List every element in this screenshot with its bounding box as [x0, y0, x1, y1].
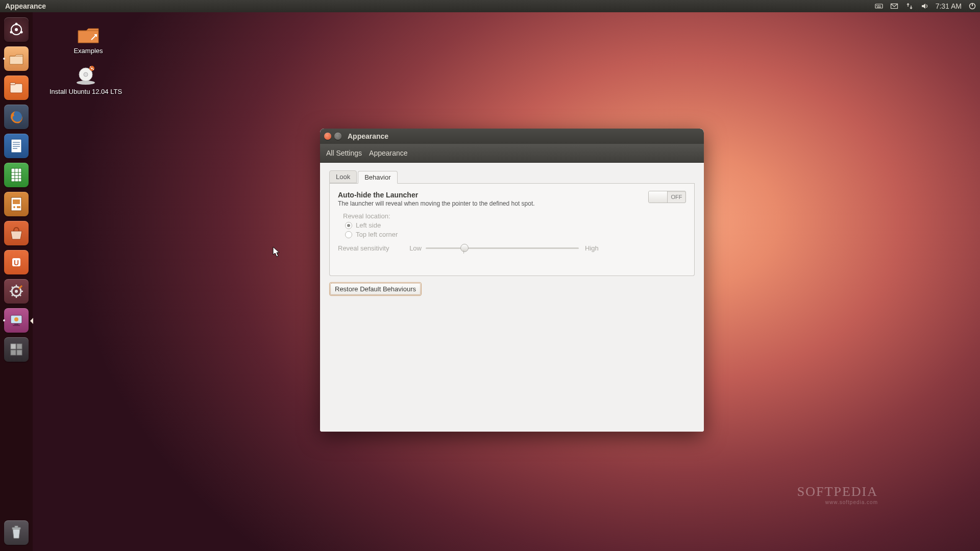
unity-launcher: U	[0, 12, 33, 551]
svg-rect-41	[17, 350, 22, 355]
svg-point-46	[84, 72, 88, 77]
svg-rect-40	[11, 350, 16, 355]
sensitivity-high-label: High	[585, 244, 599, 252]
launcher-trash[interactable]	[3, 519, 30, 546]
desktop-icon-examples[interactable]: Examples	[55, 24, 121, 55]
launcher-system-settings[interactable]	[3, 278, 30, 305]
svg-rect-12	[10, 84, 22, 93]
top-panel: Appearance 7:31 AM	[0, 0, 980, 12]
svg-point-37	[14, 317, 18, 321]
svg-point-10	[20, 31, 23, 34]
radio-top-left: Top left corner	[345, 231, 686, 238]
svg-rect-36	[13, 325, 20, 326]
sensitivity-low-label: Low	[404, 244, 422, 252]
svg-rect-1	[876, 5, 877, 6]
clock[interactable]: 7:31 AM	[933, 0, 965, 12]
svg-rect-35	[14, 323, 18, 325]
radio-left-side: Left side	[345, 221, 686, 229]
window-close-button[interactable]	[324, 133, 331, 140]
svg-rect-13	[10, 83, 15, 85]
desktop-icon-label: Examples	[55, 47, 121, 55]
launcher-files[interactable]	[3, 74, 30, 102]
restore-defaults-button[interactable]: Restore Default Behaviours	[329, 282, 422, 296]
launcher-ubuntu-one[interactable]: U	[3, 248, 30, 276]
toggle-label: OFF	[668, 191, 685, 203]
launcher-home-folder[interactable]	[3, 45, 30, 72]
svg-rect-29	[17, 206, 20, 208]
radio-dot-icon	[345, 222, 352, 229]
window-minimize-button[interactable]	[334, 133, 341, 140]
launcher-workspace-switcher[interactable]	[3, 336, 30, 363]
appearance-window: Appearance All Settings Appearance Look …	[320, 129, 704, 432]
svg-rect-0	[875, 4, 883, 8]
sensitivity-slider	[426, 243, 579, 253]
desktop-icon-label: Install Ubuntu 12.04 LTS	[45, 88, 127, 95]
svg-point-50	[93, 69, 94, 70]
svg-point-8	[15, 28, 18, 31]
svg-rect-38	[11, 344, 16, 349]
launcher-calc[interactable]	[3, 161, 30, 189]
network-indicator-icon[interactable]	[902, 0, 917, 12]
behavior-panel: Auto-hide the Launcher The launcher will…	[329, 184, 695, 276]
svg-point-49	[90, 66, 91, 67]
svg-rect-20	[11, 168, 21, 182]
svg-rect-43	[15, 526, 18, 528]
active-app-title: Appearance	[0, 2, 51, 10]
svg-rect-15	[11, 139, 21, 153]
tab-behavior[interactable]: Behavior	[358, 171, 397, 184]
svg-rect-39	[17, 344, 22, 349]
svg-rect-3	[879, 5, 880, 6]
mail-indicator-icon[interactable]	[887, 0, 902, 12]
desktop-icon-install-ubuntu[interactable]: Install Ubuntu 12.04 LTS	[45, 65, 127, 95]
session-indicator-icon[interactable]	[965, 0, 980, 12]
window-title: Appearance	[348, 132, 388, 140]
autohide-title: Auto-hide the Launcher	[338, 191, 648, 199]
svg-rect-27	[13, 199, 20, 204]
svg-rect-4	[877, 7, 881, 8]
autohide-toggle[interactable]: OFF	[648, 191, 686, 203]
launcher-software-center[interactable]	[3, 219, 30, 247]
breadcrumb-root[interactable]: All Settings	[326, 149, 362, 157]
reveal-location-label: Reveal location:	[343, 212, 686, 220]
launcher-dash[interactable]	[3, 16, 30, 43]
launcher-impress[interactable]	[3, 190, 30, 218]
tab-look[interactable]: Look	[329, 170, 357, 183]
sound-indicator-icon[interactable]	[917, 0, 933, 12]
radio-dot-icon	[345, 231, 352, 238]
keyboard-indicator-icon[interactable]	[871, 0, 887, 12]
sensitivity-label: Reveal sensitivity	[338, 244, 404, 252]
breadcrumb: All Settings Appearance	[320, 144, 704, 163]
launcher-writer[interactable]	[3, 132, 30, 160]
watermark: SOFTPEDIA www.softpedia.com	[797, 484, 878, 505]
svg-point-48	[91, 68, 93, 69]
window-titlebar[interactable]: Appearance	[320, 129, 704, 144]
svg-point-11	[10, 31, 13, 34]
svg-rect-2	[878, 5, 879, 6]
tab-bar: Look Behavior	[329, 170, 695, 184]
svg-point-28	[13, 206, 15, 208]
svg-text:U: U	[14, 259, 19, 267]
mouse-cursor-icon	[273, 246, 281, 258]
svg-point-9	[15, 23, 18, 26]
breadcrumb-current: Appearance	[369, 149, 408, 157]
launcher-appearance[interactable]	[3, 307, 30, 334]
svg-point-33	[15, 290, 18, 293]
autohide-subtitle: The launcher will reveal when moving the…	[338, 200, 648, 207]
launcher-firefox[interactable]	[3, 103, 30, 131]
